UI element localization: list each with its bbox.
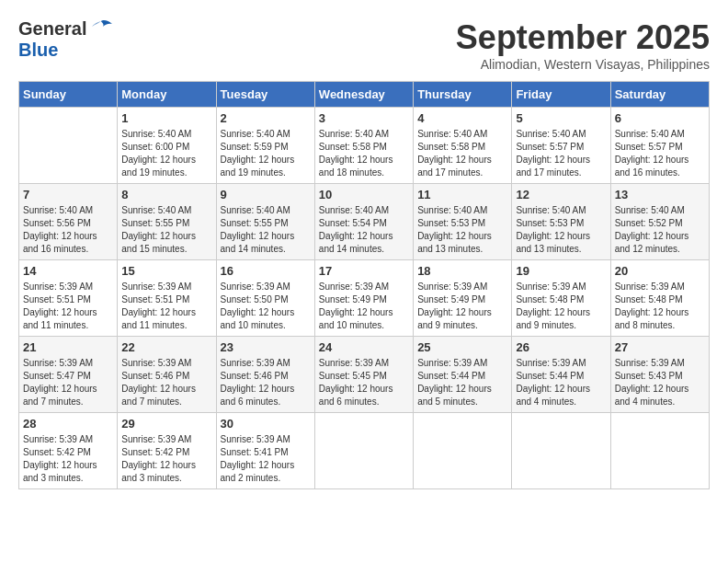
calendar-cell: 27Sunrise: 5:39 AMSunset: 5:43 PMDayligh… (610, 337, 709, 413)
month-title: September 2025 (456, 18, 710, 57)
col-friday: Friday (512, 82, 610, 108)
day-number: 7 (23, 188, 113, 201)
calendar-cell: 14Sunrise: 5:39 AMSunset: 5:51 PMDayligh… (19, 260, 118, 337)
calendar-cell: 22Sunrise: 5:39 AMSunset: 5:46 PMDayligh… (118, 337, 216, 413)
day-info: Sunrise: 5:39 AMSunset: 5:46 PMDaylight:… (121, 357, 211, 408)
calendar-cell: 29Sunrise: 5:39 AMSunset: 5:42 PMDayligh… (118, 413, 216, 489)
day-info: Sunrise: 5:40 AMSunset: 5:59 PMDaylight:… (221, 128, 311, 179)
day-number: 11 (417, 188, 507, 201)
day-info: Sunrise: 5:40 AMSunset: 5:53 PMDaylight:… (417, 204, 507, 256)
calendar-cell: 30Sunrise: 5:39 AMSunset: 5:41 PMDayligh… (216, 413, 314, 489)
calendar-cell: 13Sunrise: 5:40 AMSunset: 5:52 PMDayligh… (610, 184, 709, 260)
day-info: Sunrise: 5:40 AMSunset: 5:55 PMDaylight:… (221, 204, 311, 256)
calendar-cell: 17Sunrise: 5:39 AMSunset: 5:49 PMDayligh… (314, 260, 413, 337)
calendar-cell: 5Sunrise: 5:40 AMSunset: 5:57 PMDaylight… (512, 108, 610, 184)
day-number: 3 (319, 111, 409, 125)
day-number: 8 (121, 188, 211, 201)
day-info: Sunrise: 5:39 AMSunset: 5:51 PMDaylight:… (23, 281, 113, 332)
day-info: Sunrise: 5:40 AMSunset: 5:53 PMDaylight:… (516, 204, 606, 256)
calendar-header-row: Sunday Monday Tuesday Wednesday Thursday… (19, 82, 710, 108)
day-number: 14 (23, 264, 113, 278)
calendar-cell: 11Sunrise: 5:40 AMSunset: 5:53 PMDayligh… (414, 184, 512, 260)
calendar-cell (19, 108, 118, 184)
day-number: 23 (221, 340, 311, 354)
calendar-cell: 7Sunrise: 5:40 AMSunset: 5:56 PMDaylight… (19, 184, 118, 260)
day-info: Sunrise: 5:39 AMSunset: 5:47 PMDaylight:… (23, 357, 113, 408)
calendar-cell: 3Sunrise: 5:40 AMSunset: 5:58 PMDaylight… (314, 108, 413, 184)
day-number: 4 (417, 111, 507, 125)
col-sunday: Sunday (19, 82, 118, 108)
day-number: 21 (23, 340, 113, 354)
logo: General Blue (18, 18, 114, 61)
day-number: 13 (615, 188, 705, 201)
calendar-cell: 28Sunrise: 5:39 AMSunset: 5:42 PMDayligh… (19, 413, 118, 489)
day-number: 15 (121, 264, 211, 278)
day-number: 17 (319, 264, 409, 278)
col-wednesday: Wednesday (314, 82, 413, 108)
calendar-cell (512, 413, 610, 489)
calendar-cell: 19Sunrise: 5:39 AMSunset: 5:48 PMDayligh… (512, 260, 610, 337)
day-number: 20 (615, 264, 705, 278)
col-monday: Monday (118, 82, 216, 108)
day-number: 10 (319, 188, 409, 201)
logo-bird-icon (88, 19, 114, 40)
day-info: Sunrise: 5:39 AMSunset: 5:45 PMDaylight:… (319, 357, 409, 408)
calendar-cell: 2Sunrise: 5:40 AMSunset: 5:59 PMDaylight… (216, 108, 314, 184)
day-info: Sunrise: 5:40 AMSunset: 5:56 PMDaylight:… (23, 204, 113, 256)
col-saturday: Saturday (610, 82, 709, 108)
day-info: Sunrise: 5:40 AMSunset: 5:52 PMDaylight:… (615, 204, 705, 256)
day-info: Sunrise: 5:40 AMSunset: 5:54 PMDaylight:… (319, 204, 409, 256)
day-info: Sunrise: 5:39 AMSunset: 5:50 PMDaylight:… (221, 281, 311, 332)
day-info: Sunrise: 5:40 AMSunset: 5:57 PMDaylight:… (516, 128, 606, 179)
day-number: 1 (121, 111, 211, 125)
title-block: September 2025 Alimodian, Western Visaya… (456, 18, 710, 72)
calendar-cell: 9Sunrise: 5:40 AMSunset: 5:55 PMDaylight… (216, 184, 314, 260)
day-info: Sunrise: 5:39 AMSunset: 5:42 PMDaylight:… (121, 433, 211, 485)
day-info: Sunrise: 5:39 AMSunset: 5:49 PMDaylight:… (319, 281, 409, 332)
day-number: 30 (221, 417, 311, 431)
day-number: 9 (221, 188, 311, 201)
day-number: 26 (516, 340, 606, 354)
calendar-cell: 16Sunrise: 5:39 AMSunset: 5:50 PMDayligh… (216, 260, 314, 337)
day-number: 12 (516, 188, 606, 201)
logo-block: General Blue (18, 18, 114, 61)
logo-blue-text: Blue (18, 40, 58, 60)
day-info: Sunrise: 5:39 AMSunset: 5:48 PMDaylight:… (615, 281, 705, 332)
day-info: Sunrise: 5:39 AMSunset: 5:46 PMDaylight:… (221, 357, 311, 408)
calendar-cell: 12Sunrise: 5:40 AMSunset: 5:53 PMDayligh… (512, 184, 610, 260)
day-info: Sunrise: 5:39 AMSunset: 5:49 PMDaylight:… (417, 281, 507, 332)
calendar-cell: 10Sunrise: 5:40 AMSunset: 5:54 PMDayligh… (314, 184, 413, 260)
day-info: Sunrise: 5:39 AMSunset: 5:41 PMDaylight:… (221, 433, 311, 485)
calendar-cell (314, 413, 413, 489)
day-number: 29 (121, 417, 211, 431)
week-row-4: 21Sunrise: 5:39 AMSunset: 5:47 PMDayligh… (19, 337, 710, 413)
calendar-cell (610, 413, 709, 489)
subtitle: Alimodian, Western Visayas, Philippines (456, 57, 710, 72)
day-number: 19 (516, 264, 606, 278)
calendar-cell: 25Sunrise: 5:39 AMSunset: 5:44 PMDayligh… (414, 337, 512, 413)
calendar-cell: 1Sunrise: 5:40 AMSunset: 6:00 PMDaylight… (118, 108, 216, 184)
page-header: General Blue September 2025 Alimodian, W… (18, 18, 710, 72)
week-row-1: 1Sunrise: 5:40 AMSunset: 6:00 PMDaylight… (19, 108, 710, 184)
calendar-cell: 8Sunrise: 5:40 AMSunset: 5:55 PMDaylight… (118, 184, 216, 260)
logo-general-text: General (18, 18, 86, 40)
day-info: Sunrise: 5:39 AMSunset: 5:51 PMDaylight:… (121, 281, 211, 332)
day-info: Sunrise: 5:39 AMSunset: 5:44 PMDaylight:… (417, 357, 507, 408)
calendar-cell: 21Sunrise: 5:39 AMSunset: 5:47 PMDayligh… (19, 337, 118, 413)
day-number: 27 (615, 340, 705, 354)
calendar-cell: 26Sunrise: 5:39 AMSunset: 5:44 PMDayligh… (512, 337, 610, 413)
calendar-cell: 23Sunrise: 5:39 AMSunset: 5:46 PMDayligh… (216, 337, 314, 413)
col-thursday: Thursday (414, 82, 512, 108)
day-number: 5 (516, 111, 606, 125)
day-info: Sunrise: 5:39 AMSunset: 5:44 PMDaylight:… (516, 357, 606, 408)
day-info: Sunrise: 5:40 AMSunset: 5:57 PMDaylight:… (615, 128, 705, 179)
day-number: 2 (221, 111, 311, 125)
day-number: 6 (615, 111, 705, 125)
week-row-3: 14Sunrise: 5:39 AMSunset: 5:51 PMDayligh… (19, 260, 710, 337)
day-info: Sunrise: 5:39 AMSunset: 5:48 PMDaylight:… (516, 281, 606, 332)
day-info: Sunrise: 5:39 AMSunset: 5:42 PMDaylight:… (23, 433, 113, 485)
calendar-cell (414, 413, 512, 489)
day-number: 25 (417, 340, 507, 354)
day-number: 22 (121, 340, 211, 354)
day-info: Sunrise: 5:39 AMSunset: 5:43 PMDaylight:… (615, 357, 705, 408)
